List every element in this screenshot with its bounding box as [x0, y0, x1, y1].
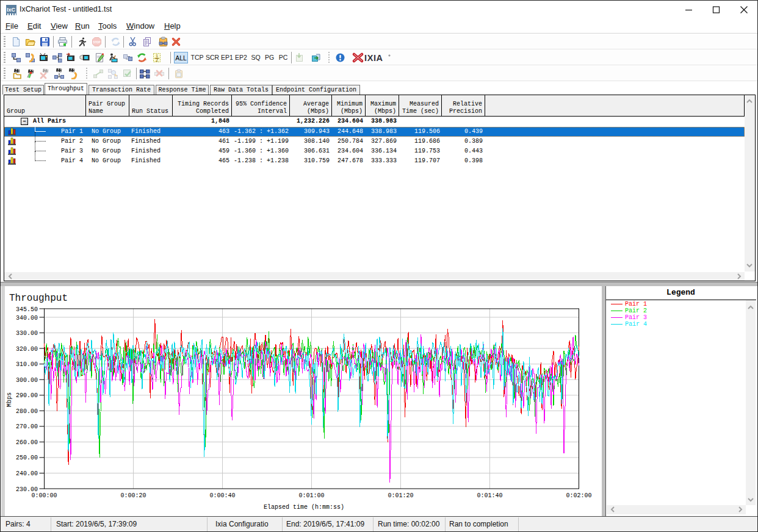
svg-text:Elapsed time (h:mm:ss): Elapsed time (h:mm:ss) — [264, 504, 344, 511]
svg-text:IXIA: IXIA — [364, 53, 383, 63]
svg-text:230.00: 230.00 — [16, 486, 38, 493]
svg-text:0:00:00: 0:00:00 — [31, 492, 57, 499]
svg-text:Throughput: Throughput — [9, 293, 68, 304]
svg-text:310.00: 310.00 — [16, 361, 38, 368]
svg-text:0:01:40: 0:01:40 — [477, 492, 502, 499]
svg-text:0:00:40: 0:00:40 — [209, 492, 235, 499]
svg-text:0:01:20: 0:01:20 — [388, 492, 413, 499]
svg-text:250.00: 250.00 — [16, 455, 38, 461]
svg-text:320.00: 320.00 — [16, 346, 38, 353]
svg-text:330.00: 330.00 — [16, 330, 38, 337]
svg-text:300.00: 300.00 — [16, 377, 38, 384]
svg-text:270.00: 270.00 — [16, 423, 38, 430]
svg-text:0:01:00: 0:01:00 — [298, 492, 324, 499]
svg-text:0:00:20: 0:00:20 — [120, 492, 146, 499]
svg-text:340.00: 340.00 — [16, 315, 38, 322]
svg-text:345.50: 345.50 — [16, 306, 38, 313]
svg-text:260.00: 260.00 — [16, 439, 38, 446]
svg-text:IxC: IxC — [7, 7, 16, 13]
svg-text:Mbps: Mbps — [6, 392, 13, 407]
svg-text:290.00: 290.00 — [16, 392, 38, 399]
svg-text:280.00: 280.00 — [16, 408, 38, 415]
svg-text:0:02:00: 0:02:00 — [566, 492, 591, 499]
svg-text:STOP: STOP — [93, 41, 100, 44]
svg-text:240.00: 240.00 — [16, 470, 38, 477]
svg-text:2: 2 — [156, 58, 159, 63]
